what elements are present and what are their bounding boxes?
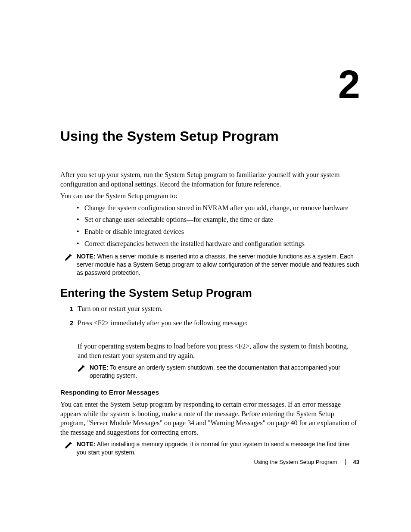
body-paragraph: You can enter the System Setup program b… — [60, 400, 359, 437]
subsection-heading: Responding to Error Messages — [60, 389, 359, 396]
note-icon — [65, 253, 72, 261]
step-text: Turn on or restart your system. — [78, 304, 359, 314]
note-icon — [78, 364, 85, 372]
page-number: 43 — [353, 459, 359, 465]
section-heading: Entering the System Setup Program — [60, 286, 359, 300]
note-body: When a server module is inserted into a … — [77, 253, 359, 276]
step-number: 2 — [60, 318, 78, 328]
note-label: NOTE: — [90, 364, 109, 371]
numbered-steps: 1 Turn on or restart your system. 2 Pres… — [60, 304, 359, 331]
bullet-list: Change the system configuration stored i… — [60, 203, 359, 248]
note-label: NOTE: — [77, 253, 96, 260]
note-body: To ensure an orderly system shutdown, se… — [90, 364, 340, 379]
note-block: NOTE: After installing a memory upgrade,… — [60, 440, 359, 457]
note-text: NOTE: When a server module is inserted i… — [77, 252, 359, 277]
step-item: 2 Press <F2> immediately after you see t… — [60, 318, 359, 331]
step-number: 1 — [60, 304, 78, 314]
note-body: After installing a memory upgrade, it is… — [77, 441, 349, 456]
note-label: NOTE: — [77, 441, 96, 448]
step-body: Turn on or restart your system. — [78, 304, 359, 317]
page-content: 2 Using the System Setup Program After y… — [60, 65, 359, 462]
note-text: NOTE: To ensure an orderly system shutdo… — [90, 364, 359, 380]
intro-paragraph: You can use the System Setup program to: — [60, 191, 359, 201]
step-followup: If your operating system begins to load … — [78, 342, 359, 380]
chapter-number: 2 — [60, 65, 359, 104]
note-block: NOTE: When a server module is inserted i… — [60, 252, 359, 277]
list-item: Enable or disable integrated devices — [77, 227, 359, 236]
step-body: Press <F2> immediately after you see the… — [78, 318, 359, 331]
note-icon — [65, 441, 72, 449]
footer-title: Using the System Setup Program — [254, 459, 337, 465]
note-text: NOTE: After installing a memory upgrade,… — [77, 440, 359, 457]
list-item: Correct discrepancies between the instal… — [77, 239, 359, 249]
list-item: Change the system configuration stored i… — [77, 203, 359, 213]
note-block: NOTE: To ensure an orderly system shutdo… — [78, 364, 359, 380]
footer-separator — [345, 459, 346, 465]
chapter-title: Using the System Setup Program — [60, 128, 359, 144]
page-footer: Using the System Setup Program 43 — [254, 459, 359, 465]
followup-text: If your operating system begins to load … — [78, 342, 359, 360]
step-item: 1 Turn on or restart your system. — [60, 304, 359, 317]
list-item: Set or change user-selectable options—fo… — [77, 215, 359, 224]
intro-block: After you set up your system, run the Sy… — [60, 170, 359, 201]
intro-paragraph: After you set up your system, run the Sy… — [60, 170, 359, 189]
step-text: Press <F2> immediately after you see the… — [78, 318, 359, 328]
